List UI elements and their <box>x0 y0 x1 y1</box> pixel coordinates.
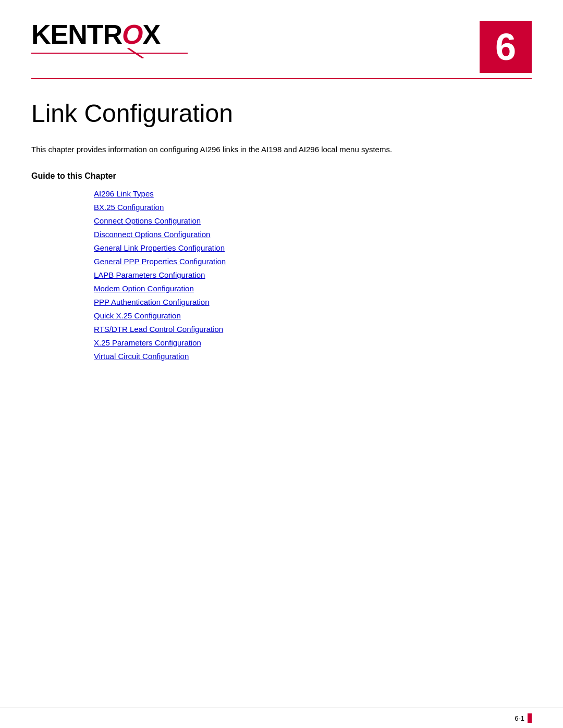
toc-link-virtual-circuit[interactable]: Virtual Circuit Configuration <box>94 352 189 361</box>
page-container: KENTROX 6 Link Configuration This chapte… <box>0 0 563 728</box>
toc-link-lapb-parameters[interactable]: LAPB Parameters Configuration <box>94 270 205 279</box>
toc-link-rts-dtr[interactable]: RTS/DTR Lead Control Configuration <box>94 325 223 334</box>
footer-page-number: 6-1 <box>515 713 532 723</box>
toc-link-modem-option[interactable]: Modem Option Configuration <box>94 284 194 293</box>
guide-heading: Guide to this Chapter <box>31 171 532 181</box>
toc-link-general-link-properties[interactable]: General Link Properties Configuration <box>94 243 225 252</box>
list-item: AI296 Link Types <box>94 189 532 199</box>
list-item: X.25 Parameters Configuration <box>94 338 532 348</box>
page-header: KENTROX 6 <box>0 0 563 73</box>
footer-bar-icon <box>528 713 532 723</box>
list-item: Quick X.25 Configuration <box>94 311 532 320</box>
toc-link-bx25-configuration[interactable]: BX.25 Configuration <box>94 203 164 212</box>
chapter-number: 6 <box>495 26 516 68</box>
list-item: LAPB Parameters Configuration <box>94 270 532 280</box>
list-item: Virtual Circuit Configuration <box>94 352 532 361</box>
toc-link-general-ppp-properties[interactable]: General PPP Properties Configuration <box>94 257 226 266</box>
list-item: RTS/DTR Lead Control Configuration <box>94 325 532 334</box>
toc-link-connect-options[interactable]: Connect Options Configuration <box>94 216 201 225</box>
page-footer: 6-1 <box>0 708 563 728</box>
list-item: Connect Options Configuration <box>94 216 532 226</box>
toc-link-ai296-link-types[interactable]: AI296 Link Types <box>94 189 154 198</box>
list-item: PPP Authentication Configuration <box>94 298 532 307</box>
list-item: General PPP Properties Configuration <box>94 257 532 266</box>
intro-paragraph: This chapter provides information on con… <box>31 143 459 156</box>
toc-link-quick-x25[interactable]: Quick X.25 Configuration <box>94 311 181 320</box>
chapter-number-box: 6 <box>480 21 532 73</box>
logo-r: O <box>122 19 142 50</box>
page-number-text: 6-1 <box>515 714 524 722</box>
list-item: General Link Properties Configuration <box>94 243 532 253</box>
main-content: Link Configuration This chapter provides… <box>0 79 563 407</box>
page-title: Link Configuration <box>31 100 532 128</box>
list-item: Disconnect Options Configuration <box>94 230 532 239</box>
toc-link-ppp-authentication[interactable]: PPP Authentication Configuration <box>94 298 210 306</box>
logo: KENTROX <box>31 21 160 48</box>
list-item: Modem Option Configuration <box>94 284 532 293</box>
toc-list: AI296 Link Types BX.25 Configuration Con… <box>31 189 532 361</box>
toc-link-x25-parameters[interactable]: X.25 Parameters Configuration <box>94 338 201 347</box>
logo-area: KENTROX <box>31 21 198 58</box>
logo-swoosh <box>31 48 198 58</box>
toc-link-disconnect-options[interactable]: Disconnect Options Configuration <box>94 230 210 239</box>
list-item: BX.25 Configuration <box>94 203 532 212</box>
